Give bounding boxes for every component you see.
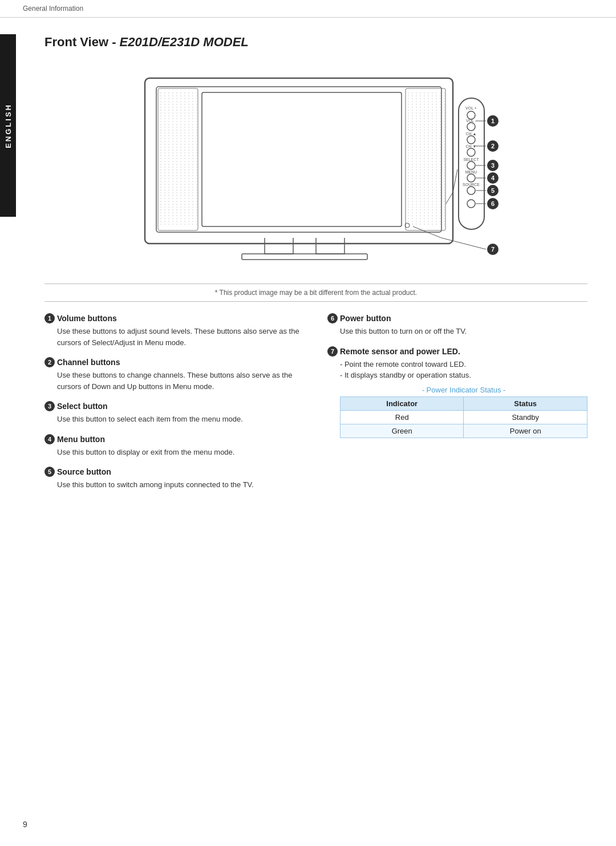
circle-num-2: 2 — [44, 357, 55, 367]
page-number-text: 9 — [23, 820, 27, 829]
desc-left: 1 Volume buttons Use these buttons to ad… — [44, 313, 305, 500]
svg-point-34 — [467, 111, 475, 119]
title-italic: E201D/E231D MODEL — [120, 35, 249, 49]
disclaimer-text: * This product image may be a bit differ… — [215, 289, 417, 297]
item-desc-line-2: - It displays standby or operation statu… — [340, 370, 587, 381]
item-name-7: Remote sensor and power LED. — [340, 347, 460, 356]
svg-text:5: 5 — [491, 187, 495, 194]
tv-diagram: VOL + VOL - CH ▲ CH ▼ SELECT MENU SOURCE — [44, 67, 587, 272]
title-regular: Front View - — [44, 35, 120, 49]
item-desc-5: Use this button to switch among inputs c… — [57, 479, 305, 491]
svg-rect-14 — [406, 88, 445, 230]
item-title-3: 3 Select button — [44, 401, 305, 411]
svg-text:2: 2 — [491, 143, 495, 149]
circle-num-4: 4 — [44, 434, 55, 444]
desc-item-4: 4 Menu button Use this button to display… — [44, 434, 305, 458]
svg-point-46 — [467, 187, 475, 195]
svg-text:3: 3 — [491, 162, 495, 169]
item-name-2: Channel buttons — [57, 358, 120, 367]
svg-text:VOL -: VOL - — [466, 119, 477, 123]
svg-text:6: 6 — [491, 200, 495, 207]
svg-point-36 — [467, 123, 475, 131]
desc-item-2: 2 Channel buttons Use these buttons to c… — [44, 357, 305, 392]
item-title-7: 7 Remote sensor and power LED. — [327, 346, 587, 357]
circle-num-6: 6 — [327, 313, 338, 323]
status-standby: Standby — [464, 410, 587, 424]
svg-point-42 — [467, 161, 475, 169]
item-title-5: 5 Source button — [44, 467, 305, 477]
item-desc-4: Use this button to display or exit from … — [57, 447, 305, 458]
description-section: 1 Volume buttons Use these buttons to ad… — [44, 313, 587, 500]
page-number: 9 — [23, 820, 27, 829]
item-name-6: Power button — [340, 314, 391, 323]
status-power-on: Power on — [464, 424, 587, 438]
table-header-indicator: Indicator — [341, 396, 464, 410]
indicator-red: Red — [341, 410, 464, 424]
desc-right: 6 Power button Use this button to turn o… — [327, 313, 587, 500]
disclaimer: * This product image may be a bit differ… — [44, 284, 587, 302]
svg-rect-3 — [158, 88, 198, 230]
desc-item-5: 5 Source button Use this button to switc… — [44, 467, 305, 491]
item-name-3: Select button — [57, 402, 108, 411]
desc-item-6: 6 Power button Use this button to turn o… — [327, 313, 587, 337]
item-title-2: 2 Channel buttons — [44, 357, 305, 367]
power-indicator-title: - Power Indicator Status - — [340, 386, 587, 394]
breadcrumb-text: General Information — [23, 5, 83, 13]
indicator-green: Green — [341, 424, 464, 438]
breadcrumb: General Information — [0, 0, 616, 18]
svg-text:MENU: MENU — [465, 170, 477, 174]
svg-rect-33 — [459, 98, 484, 229]
table-row-green: Green Power on — [341, 424, 587, 438]
svg-text:SOURCE: SOURCE — [463, 183, 480, 187]
desc-item-3: 3 Select button Use this button to selec… — [44, 401, 305, 425]
svg-text:VOL +: VOL + — [465, 106, 477, 110]
svg-text:4: 4 — [491, 175, 495, 181]
item-desc-line-1: - Point the remote control toward LED. — [340, 359, 587, 370]
circle-num-7: 7 — [327, 346, 338, 357]
item-desc-2: Use these buttons to change channels. Th… — [57, 370, 305, 392]
power-indicator-section: - Power Indicator Status - Indicator Sta… — [340, 386, 587, 438]
item-name-1: Volume buttons — [57, 314, 117, 323]
item-name-5: Source button — [57, 467, 111, 476]
svg-rect-0 — [145, 78, 453, 244]
svg-rect-1 — [156, 87, 441, 232]
circle-num-3: 3 — [44, 401, 55, 411]
svg-text:7: 7 — [491, 246, 495, 253]
tv-illustration: VOL + VOL - CH ▲ CH ▼ SELECT MENU SOURCE — [128, 67, 504, 272]
english-label: ENGLISH — [4, 103, 13, 148]
svg-text:1: 1 — [491, 118, 495, 124]
desc-item-1: 1 Volume buttons Use these buttons to ad… — [44, 313, 305, 348]
item-title-1: 1 Volume buttons — [44, 313, 305, 323]
svg-text:CH ▼: CH ▼ — [466, 144, 477, 148]
desc-item-7: 7 Remote sensor and power LED. - Point t… — [327, 346, 587, 438]
table-header-status: Status — [464, 396, 587, 410]
page-title: Front View - E201D/E231D MODEL — [44, 35, 587, 50]
item-desc-1: Use these buttons to adjust sound levels… — [57, 326, 305, 348]
english-sidebar: ENGLISH — [0, 34, 16, 217]
svg-line-68 — [446, 192, 453, 204]
svg-point-40 — [467, 148, 475, 156]
svg-point-48 — [467, 200, 475, 208]
power-indicator-table: Indicator Status Red Standby Green — [340, 396, 587, 438]
item-title-4: 4 Menu button — [44, 434, 305, 444]
svg-rect-32 — [242, 254, 367, 260]
circle-num-5: 5 — [44, 467, 55, 477]
item-desc-6: Use this button to turn on or off the TV… — [340, 326, 587, 337]
svg-rect-26 — [265, 244, 293, 254]
svg-text:SELECT: SELECT — [463, 157, 479, 161]
svg-text:CH ▲: CH ▲ — [466, 132, 477, 136]
circle-num-1: 1 — [44, 313, 55, 323]
table-row-red: Red Standby — [341, 410, 587, 424]
svg-rect-2 — [202, 92, 402, 226]
svg-rect-27 — [316, 244, 345, 254]
item-desc-3: Use this button to select each item from… — [57, 414, 305, 425]
item-title-6: 6 Power button — [327, 313, 587, 323]
svg-point-44 — [467, 174, 475, 182]
svg-point-38 — [467, 136, 475, 144]
main-content: Front View - E201D/E231D MODEL — [16, 18, 616, 534]
item-name-4: Menu button — [57, 435, 105, 444]
